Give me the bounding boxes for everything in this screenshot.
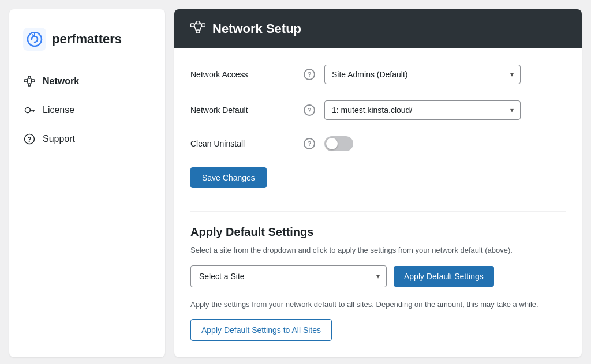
page-title: Network Setup xyxy=(212,21,301,36)
network-icon xyxy=(23,75,36,88)
svg-rect-0 xyxy=(23,28,46,51)
help-icon: ? xyxy=(23,133,36,145)
svg-line-20 xyxy=(194,25,197,32)
network-default-help-icon[interactable]: ? xyxy=(304,104,315,116)
logo-area: perfmatters xyxy=(9,23,165,67)
svg-rect-15 xyxy=(191,24,194,27)
site-select-wrapper: Select a Site ▾ xyxy=(190,265,387,287)
network-default-select-wrapper: 1: mutest.kinsta.cloud/ ▾ xyxy=(324,100,521,120)
key-icon xyxy=(23,104,36,117)
svg-rect-16 xyxy=(196,21,200,24)
network-access-row: Network Access ? Site Admins (Default) N… xyxy=(190,65,566,84)
toggle-track[interactable] xyxy=(324,136,353,151)
network-default-row: Network Default ? 1: mutest.kinsta.cloud… xyxy=(190,100,566,120)
sidebar-item-support[interactable]: ? Support xyxy=(9,125,165,153)
network-default-select[interactable]: 1: mutest.kinsta.cloud/ xyxy=(324,100,521,120)
all-sites-desc: Apply the settings from your network def… xyxy=(190,299,566,310)
sidebar-item-license[interactable]: License xyxy=(9,96,165,125)
clean-uninstall-label: Clean Uninstall xyxy=(190,139,294,148)
toggle-thumb xyxy=(326,138,338,149)
network-setup-icon xyxy=(190,21,205,37)
sidebar-item-network-label: Network xyxy=(43,76,79,87)
sidebar-item-network[interactable]: Network xyxy=(9,67,165,96)
save-changes-button[interactable]: Save Changes xyxy=(190,167,267,188)
svg-rect-1 xyxy=(24,80,27,82)
sidebar: perfmatters Network Li xyxy=(9,9,165,357)
svg-line-22 xyxy=(200,25,202,32)
svg-point-9 xyxy=(25,108,31,113)
svg-rect-4 xyxy=(32,80,35,82)
network-access-label: Network Access xyxy=(190,70,294,79)
network-default-label: Network Default xyxy=(190,106,294,115)
logo-text: perfmatters xyxy=(52,32,122,47)
svg-line-8 xyxy=(31,81,32,85)
site-select[interactable]: Select a Site xyxy=(190,265,387,287)
card-header: Network Setup xyxy=(174,9,582,48)
main-content: Network Setup Network Access ? Site Admi… xyxy=(165,0,591,364)
svg-line-6 xyxy=(27,81,28,85)
logo-icon xyxy=(23,28,46,51)
clean-uninstall-row: Clean Uninstall ? xyxy=(190,136,566,151)
network-access-select-wrapper: Site Admins (Default) Network Admins Onl… xyxy=(324,65,521,84)
clean-uninstall-help-icon[interactable]: ? xyxy=(304,138,315,149)
apply-defaults-row: Select a Site ▾ Apply Default Settings xyxy=(190,265,566,287)
svg-rect-2 xyxy=(28,76,31,78)
svg-rect-18 xyxy=(202,24,205,27)
apply-defaults-desc: Select a site from the dropdown and clic… xyxy=(190,245,566,256)
svg-line-5 xyxy=(27,78,28,81)
apply-defaults-title: Apply Default Settings xyxy=(190,226,566,239)
svg-rect-3 xyxy=(28,84,31,86)
card-body: Network Access ? Site Admins (Default) N… xyxy=(174,48,582,357)
apply-default-settings-all-sites-button[interactable]: Apply Default Settings to All Sites xyxy=(190,319,332,341)
svg-rect-17 xyxy=(196,30,200,33)
content-card: Network Setup Network Access ? Site Admi… xyxy=(174,9,582,357)
network-access-help-icon[interactable]: ? xyxy=(304,69,315,80)
section-divider xyxy=(190,211,566,212)
clean-uninstall-toggle[interactable] xyxy=(324,136,353,151)
network-access-select[interactable]: Site Admins (Default) Network Admins Onl… xyxy=(324,65,521,84)
svg-text:?: ? xyxy=(27,136,31,144)
apply-default-settings-button[interactable]: Apply Default Settings xyxy=(394,266,494,287)
sidebar-item-license-label: License xyxy=(43,105,74,115)
sidebar-item-support-label: Support xyxy=(43,134,75,144)
svg-line-7 xyxy=(31,78,32,81)
